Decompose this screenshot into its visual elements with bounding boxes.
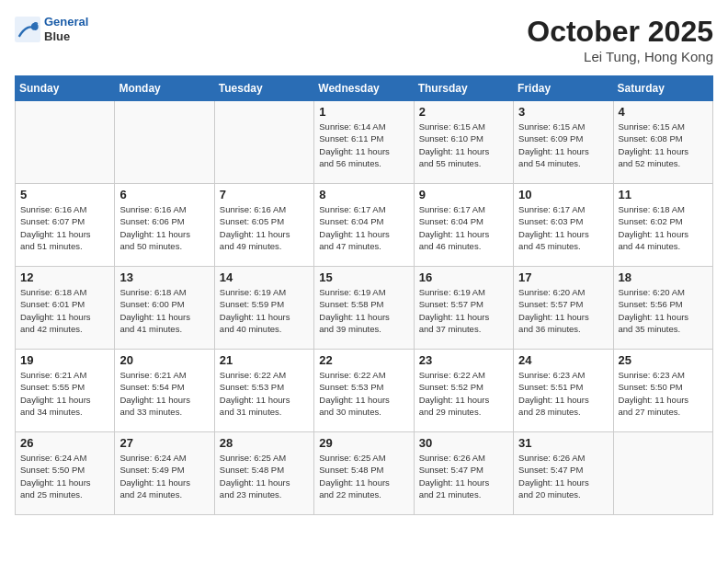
day-info: Sunrise: 6:19 AM Sunset: 5:57 PM Dayligh… bbox=[419, 286, 508, 335]
calendar-cell: 18Sunrise: 6:20 AM Sunset: 5:56 PM Dayli… bbox=[613, 267, 712, 350]
calendar-cell: 20Sunrise: 6:21 AM Sunset: 5:54 PM Dayli… bbox=[115, 350, 214, 432]
calendar-cell: 9Sunrise: 6:17 AM Sunset: 6:04 PM Daylig… bbox=[414, 184, 513, 267]
header-cell-sunday: Sunday bbox=[16, 76, 115, 101]
calendar-cell bbox=[613, 432, 712, 515]
day-number: 1 bbox=[319, 105, 408, 119]
day-info: Sunrise: 6:23 AM Sunset: 5:51 PM Dayligh… bbox=[518, 369, 608, 418]
calendar-cell: 26Sunrise: 6:24 AM Sunset: 5:50 PM Dayli… bbox=[16, 432, 115, 515]
day-info: Sunrise: 6:25 AM Sunset: 5:48 PM Dayligh… bbox=[319, 452, 408, 500]
calendar-cell: 7Sunrise: 6:16 AM Sunset: 6:05 PM Daylig… bbox=[214, 184, 313, 267]
header-cell-thursday: Thursday bbox=[414, 76, 513, 101]
header-cell-tuesday: Tuesday bbox=[214, 76, 313, 101]
logo-icon bbox=[15, 17, 40, 42]
day-number: 30 bbox=[419, 436, 508, 450]
day-info: Sunrise: 6:25 AM Sunset: 5:48 PM Dayligh… bbox=[220, 452, 309, 500]
header-row: SundayMondayTuesdayWednesdayThursdayFrid… bbox=[16, 76, 713, 101]
day-number: 20 bbox=[119, 353, 209, 367]
calendar-cell: 2Sunrise: 6:15 AM Sunset: 6:10 PM Daylig… bbox=[414, 101, 513, 184]
day-info: Sunrise: 6:22 AM Sunset: 5:52 PM Dayligh… bbox=[419, 369, 508, 418]
day-number: 15 bbox=[319, 270, 408, 284]
day-info: Sunrise: 6:17 AM Sunset: 6:03 PM Dayligh… bbox=[518, 203, 608, 252]
day-number: 13 bbox=[119, 270, 209, 284]
day-info: Sunrise: 6:19 AM Sunset: 5:59 PM Dayligh… bbox=[220, 286, 309, 335]
calendar-cell bbox=[214, 101, 313, 184]
day-number: 10 bbox=[518, 188, 608, 201]
day-number: 11 bbox=[619, 188, 708, 201]
calendar-cell: 19Sunrise: 6:21 AM Sunset: 5:55 PM Dayli… bbox=[16, 350, 115, 432]
logo-line1: General bbox=[44, 15, 88, 29]
week-row-5: 26Sunrise: 6:24 AM Sunset: 5:50 PM Dayli… bbox=[16, 432, 713, 515]
day-number: 5 bbox=[20, 188, 109, 201]
calendar-cell: 14Sunrise: 6:19 AM Sunset: 5:59 PM Dayli… bbox=[214, 267, 313, 350]
calendar-cell: 1Sunrise: 6:14 AM Sunset: 6:11 PM Daylig… bbox=[314, 101, 414, 184]
day-number: 7 bbox=[220, 188, 309, 201]
week-row-1: 1Sunrise: 6:14 AM Sunset: 6:11 PM Daylig… bbox=[16, 101, 713, 184]
calendar-header: SundayMondayTuesdayWednesdayThursdayFrid… bbox=[16, 76, 713, 101]
header-cell-wednesday: Wednesday bbox=[314, 76, 414, 101]
day-number: 22 bbox=[319, 353, 408, 367]
header-cell-saturday: Saturday bbox=[613, 76, 712, 101]
page-header: General Blue October 2025 Lei Tung, Hong… bbox=[15, 15, 713, 64]
calendar-cell: 25Sunrise: 6:23 AM Sunset: 5:50 PM Dayli… bbox=[613, 350, 712, 432]
day-number: 27 bbox=[119, 436, 209, 450]
calendar-cell: 16Sunrise: 6:19 AM Sunset: 5:57 PM Dayli… bbox=[414, 267, 513, 350]
day-info: Sunrise: 6:22 AM Sunset: 5:53 PM Dayligh… bbox=[319, 369, 408, 418]
day-info: Sunrise: 6:19 AM Sunset: 5:58 PM Dayligh… bbox=[319, 286, 408, 335]
day-number: 16 bbox=[419, 270, 508, 284]
day-number: 24 bbox=[518, 353, 608, 367]
day-info: Sunrise: 6:18 AM Sunset: 6:00 PM Dayligh… bbox=[119, 286, 209, 335]
calendar-cell: 28Sunrise: 6:25 AM Sunset: 5:48 PM Dayli… bbox=[214, 432, 313, 515]
calendar-cell bbox=[16, 101, 115, 184]
day-number: 29 bbox=[319, 436, 408, 450]
logo: General Blue bbox=[15, 15, 88, 43]
calendar-cell: 23Sunrise: 6:22 AM Sunset: 5:52 PM Dayli… bbox=[414, 350, 513, 432]
header-cell-friday: Friday bbox=[514, 76, 613, 101]
day-number: 14 bbox=[220, 270, 309, 284]
day-number: 25 bbox=[619, 353, 708, 367]
day-info: Sunrise: 6:26 AM Sunset: 5:47 PM Dayligh… bbox=[518, 452, 608, 500]
day-number: 17 bbox=[518, 270, 608, 284]
calendar-cell: 30Sunrise: 6:26 AM Sunset: 5:47 PM Dayli… bbox=[414, 432, 513, 515]
day-number: 21 bbox=[220, 353, 309, 367]
header-cell-monday: Monday bbox=[115, 76, 214, 101]
day-info: Sunrise: 6:17 AM Sunset: 6:04 PM Dayligh… bbox=[319, 203, 408, 252]
day-info: Sunrise: 6:16 AM Sunset: 6:05 PM Dayligh… bbox=[220, 203, 309, 252]
day-info: Sunrise: 6:20 AM Sunset: 5:57 PM Dayligh… bbox=[518, 286, 608, 335]
calendar-cell: 13Sunrise: 6:18 AM Sunset: 6:00 PM Dayli… bbox=[115, 267, 214, 350]
day-info: Sunrise: 6:15 AM Sunset: 6:08 PM Dayligh… bbox=[619, 121, 708, 169]
calendar-cell: 3Sunrise: 6:15 AM Sunset: 6:09 PM Daylig… bbox=[514, 101, 613, 184]
calendar-cell: 10Sunrise: 6:17 AM Sunset: 6:03 PM Dayli… bbox=[514, 184, 613, 267]
day-number: 28 bbox=[220, 436, 309, 450]
day-number: 2 bbox=[419, 105, 508, 119]
day-number: 18 bbox=[619, 270, 708, 284]
location-subtitle: Lei Tung, Hong Kong bbox=[527, 49, 713, 64]
calendar-cell: 15Sunrise: 6:19 AM Sunset: 5:58 PM Dayli… bbox=[314, 267, 414, 350]
calendar-cell: 12Sunrise: 6:18 AM Sunset: 6:01 PM Dayli… bbox=[16, 267, 115, 350]
day-info: Sunrise: 6:18 AM Sunset: 6:02 PM Dayligh… bbox=[619, 203, 708, 252]
day-number: 19 bbox=[20, 353, 109, 367]
day-info: Sunrise: 6:23 AM Sunset: 5:50 PM Dayligh… bbox=[619, 369, 708, 418]
day-info: Sunrise: 6:24 AM Sunset: 5:49 PM Dayligh… bbox=[119, 452, 209, 500]
week-row-2: 5Sunrise: 6:16 AM Sunset: 6:07 PM Daylig… bbox=[16, 184, 713, 267]
calendar-cell: 27Sunrise: 6:24 AM Sunset: 5:49 PM Dayli… bbox=[115, 432, 214, 515]
calendar-cell: 5Sunrise: 6:16 AM Sunset: 6:07 PM Daylig… bbox=[16, 184, 115, 267]
day-info: Sunrise: 6:22 AM Sunset: 5:53 PM Dayligh… bbox=[220, 369, 309, 418]
day-info: Sunrise: 6:15 AM Sunset: 6:09 PM Dayligh… bbox=[518, 121, 608, 169]
day-number: 4 bbox=[619, 105, 708, 119]
calendar-cell: 24Sunrise: 6:23 AM Sunset: 5:51 PM Dayli… bbox=[514, 350, 613, 432]
day-info: Sunrise: 6:21 AM Sunset: 5:55 PM Dayligh… bbox=[20, 369, 109, 418]
day-number: 31 bbox=[518, 436, 608, 450]
week-row-4: 19Sunrise: 6:21 AM Sunset: 5:55 PM Dayli… bbox=[16, 350, 713, 432]
month-title: October 2025 bbox=[527, 15, 713, 49]
calendar-cell: 22Sunrise: 6:22 AM Sunset: 5:53 PM Dayli… bbox=[314, 350, 414, 432]
week-row-3: 12Sunrise: 6:18 AM Sunset: 6:01 PM Dayli… bbox=[16, 267, 713, 350]
calendar-cell: 31Sunrise: 6:26 AM Sunset: 5:47 PM Dayli… bbox=[514, 432, 613, 515]
logo-line2: Blue bbox=[44, 29, 88, 44]
day-info: Sunrise: 6:24 AM Sunset: 5:50 PM Dayligh… bbox=[20, 452, 109, 500]
day-number: 6 bbox=[119, 188, 209, 201]
calendar-cell: 21Sunrise: 6:22 AM Sunset: 5:53 PM Dayli… bbox=[214, 350, 313, 432]
calendar-cell: 11Sunrise: 6:18 AM Sunset: 6:02 PM Dayli… bbox=[613, 184, 712, 267]
calendar-cell: 29Sunrise: 6:25 AM Sunset: 5:48 PM Dayli… bbox=[314, 432, 414, 515]
day-info: Sunrise: 6:16 AM Sunset: 6:06 PM Dayligh… bbox=[119, 203, 209, 252]
calendar-table: SundayMondayTuesdayWednesdayThursdayFrid… bbox=[15, 75, 713, 515]
